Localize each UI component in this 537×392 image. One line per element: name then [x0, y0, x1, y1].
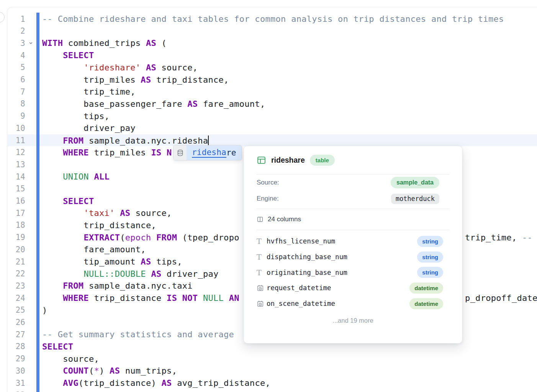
code-line-11[interactable]: 11 FROM sample_data.nyc.ridesha — [7, 134, 537, 147]
column-row: Toriginating_base_numstring — [257, 265, 443, 280]
line-number: 9 — [7, 111, 25, 121]
line-number: 5 — [7, 63, 25, 72]
code-text: AVG(trip_distance) AS avg_trip_distance, — [42, 378, 270, 388]
datetime-type-icon — [257, 284, 264, 292]
fold-column — [25, 280, 36, 292]
fold-column — [25, 219, 36, 232]
source-row: Source: sample_data — [257, 175, 439, 191]
code-line-1[interactable]: 1-- Combine rideshare and taxi tables fo… — [7, 13, 537, 25]
code-text: UNION ALL — [42, 172, 110, 181]
code-text: trip_distance, — [42, 220, 156, 230]
code-line-10[interactable]: 10 driver_pay — [7, 122, 537, 134]
code-line-30[interactable]: 30 COUNT(*) AS num_trips, — [7, 365, 537, 377]
code-text: -- Get summary statistics and average — [42, 330, 239, 339]
datetime-type-icon — [257, 300, 264, 307]
line-number: 24 — [7, 294, 25, 303]
table-info-card: rideshare table Source: sample_data Engi… — [244, 146, 462, 343]
fold-toggle[interactable] — [25, 37, 36, 49]
code-text: NULL::DOUBLE AS driver_pay — [42, 269, 219, 279]
line-number: 20 — [7, 245, 25, 254]
engine-value-badge: motherduck — [391, 194, 439, 204]
code-line-31[interactable]: 31 AVG(trip_distance) AS avg_trip_distan… — [7, 377, 537, 389]
line-number: 23 — [7, 281, 25, 291]
line-number: 22 — [7, 269, 25, 278]
autocomplete-match-text: ridesha — [192, 148, 226, 158]
fold-column — [25, 292, 36, 304]
columns-summary-row: 24 columns — [257, 209, 449, 230]
column-row: on_scene_datetimedatetime — [257, 296, 443, 312]
autocomplete-item-rideshare[interactable]: rideshare — [187, 145, 242, 160]
code-line-29[interactable]: 29 source, — [7, 353, 537, 365]
code-text: tip_amount AS tips, — [42, 257, 182, 266]
column-name: dispatching_base_num — [267, 253, 417, 261]
text-type-icon: T — [257, 268, 267, 277]
line-number: 8 — [7, 99, 25, 108]
line-number: 25 — [7, 305, 25, 315]
column-type-badge: string — [417, 236, 443, 247]
column-row: Thvfhs_license_numstring — [257, 234, 443, 249]
code-line-6[interactable]: 6 trip_miles AS trip_distance, — [7, 74, 537, 86]
fold-column — [25, 98, 36, 110]
fold-column — [25, 231, 36, 243]
line-number: 12 — [7, 148, 25, 157]
line-number: 28 — [7, 342, 25, 351]
fold-column — [25, 122, 36, 134]
code-text: fare_amount, — [42, 245, 146, 254]
fold-column — [25, 13, 36, 25]
code-text: AVG(trip_time) AS avg_trip_time, — [42, 390, 229, 392]
code-text: COUNT(*) AS num_trips, — [42, 366, 177, 376]
code-text: source, — [42, 354, 99, 364]
columns-summary: 24 columns — [268, 216, 301, 223]
line-number: 10 — [7, 124, 25, 133]
code-text-right-segment: trip_time, -- — [465, 231, 532, 243]
line-number: 17 — [7, 209, 25, 218]
fold-column — [25, 183, 36, 195]
line-number: 14 — [7, 172, 25, 181]
code-line-2[interactable]: 2 — [7, 25, 537, 37]
code-text-right-segment: p_dropoff_datet — [465, 292, 537, 304]
line-number: 26 — [7, 318, 25, 327]
code-line-32[interactable]: 32 AVG(trip_time) AS avg_trip_time, — [7, 389, 537, 392]
fold-column — [25, 207, 36, 219]
code-text: tips, — [42, 111, 110, 121]
columns-list: Thvfhs_license_numstringTdispatching_bas… — [257, 230, 449, 311]
line-number: 4 — [7, 51, 25, 60]
code-text: WITH combined_trips AS ( — [42, 38, 167, 48]
autocomplete-rest-text: re — [226, 148, 236, 157]
column-type-badge: datetime — [409, 298, 443, 309]
column-name: request_datetime — [267, 284, 409, 292]
text-cursor — [208, 136, 209, 145]
line-number: 21 — [7, 257, 25, 266]
code-line-7[interactable]: 7 trip_time, — [7, 86, 537, 98]
columns-icon — [257, 216, 264, 223]
table-name: rideshare — [271, 156, 305, 165]
code-line-9[interactable]: 9 tips, — [7, 110, 537, 122]
code-line-3[interactable]: 3WITH combined_trips AS ( — [7, 37, 537, 49]
datetime-type-icon — [257, 284, 267, 292]
autocomplete-popup: rideshare — [173, 145, 242, 160]
engine-row: Engine: motherduck — [257, 191, 439, 207]
code-line-8[interactable]: 8 base_passenger_fare AS fare_amount, — [7, 98, 537, 110]
fold-column — [25, 377, 36, 389]
code-text: SELECT — [42, 342, 73, 351]
fold-column — [25, 353, 36, 365]
text-type-icon: T — [257, 253, 267, 261]
fold-column — [25, 316, 36, 328]
database-icon — [174, 145, 187, 160]
fold-column — [25, 256, 36, 268]
code-text: driver_pay — [42, 123, 136, 133]
code-text: 'taxi' AS source, — [42, 208, 172, 218]
column-row: request_datetimedatetime — [257, 280, 443, 296]
fold-column — [25, 49, 36, 62]
code-line-5[interactable]: 5 'rideshare' AS source, — [7, 62, 537, 74]
line-number: 27 — [7, 330, 25, 339]
code-text: WHERE trip_miles IS N — [42, 148, 172, 157]
line-number: 15 — [7, 184, 25, 193]
code-line-4[interactable]: 4 SELECT — [7, 49, 537, 62]
engine-label: Engine: — [257, 195, 279, 203]
column-name: hvfhs_license_num — [267, 237, 417, 245]
line-number: 6 — [7, 75, 25, 84]
change-gutter-bar — [36, 13, 39, 392]
more-columns-text: ...and 19 more — [257, 315, 449, 326]
table-badge: table — [310, 155, 335, 166]
